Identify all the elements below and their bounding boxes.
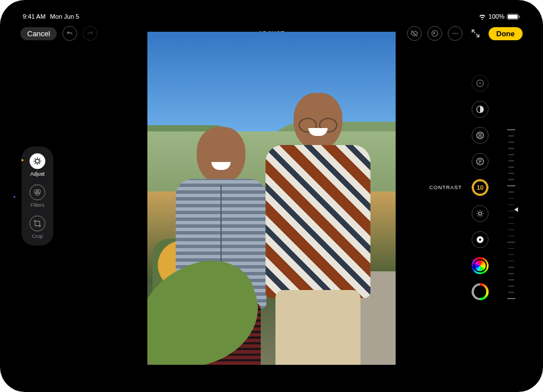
mode-crop[interactable]: Crop <box>25 216 50 239</box>
adjust-black-point[interactable] <box>472 231 489 248</box>
status-bar: 9:41 AM Mon Jun 5 100% <box>10 10 533 23</box>
adjustment-slider[interactable] <box>506 129 517 299</box>
undo-button[interactable] <box>62 26 77 41</box>
adjust-exposure[interactable] <box>472 101 489 118</box>
battery-percent: 100% <box>489 13 504 20</box>
adjust-selected-value: 10 <box>477 184 483 191</box>
filters-icon <box>29 185 45 201</box>
status-time: 9:41 AM <box>23 13 45 20</box>
status-date: Mon Jun 5 <box>50 13 79 20</box>
redo-button[interactable] <box>83 26 97 41</box>
mode-filters[interactable]: Filters <box>25 185 50 208</box>
adjust-saturation[interactable] <box>472 257 489 274</box>
mode-filters-label: Filters <box>31 202 45 208</box>
fullscreen-button[interactable] <box>468 26 483 41</box>
cancel-button[interactable]: Cancel <box>20 27 57 40</box>
svg-rect-2 <box>519 15 520 18</box>
mode-adjust[interactable]: Adjust <box>25 154 50 177</box>
adjust-brightness[interactable] <box>472 205 489 222</box>
crop-icon <box>29 216 45 232</box>
adjust-vibrance[interactable] <box>472 283 489 300</box>
adjust-contrast[interactable]: CONTRAST 10 <box>472 179 489 196</box>
svg-point-12 <box>480 83 481 84</box>
ipad-frame: 9:41 AM Mon Jun 5 100% Cancel <box>0 0 543 392</box>
svg-point-6 <box>456 33 457 34</box>
svg-rect-1 <box>508 14 517 18</box>
svg-point-4 <box>452 33 453 34</box>
mode-crop-label: Crop <box>32 233 43 239</box>
adjustment-list[interactable]: CONTRAST 10 <box>472 75 489 300</box>
done-button[interactable]: Done <box>489 27 523 40</box>
svg-point-7 <box>36 159 40 163</box>
svg-point-18 <box>479 238 481 241</box>
multitask-indicator <box>14 196 15 198</box>
adjust-highlights[interactable] <box>472 153 489 170</box>
photo-canvas[interactable] <box>147 32 396 365</box>
adjust-icon <box>29 154 45 169</box>
svg-point-16 <box>478 212 481 215</box>
screen: 9:41 AM Mon Jun 5 100% Cancel <box>10 10 533 382</box>
battery-icon <box>507 14 520 20</box>
adjust-brilliance[interactable] <box>472 127 489 144</box>
slider-thumb-icon[interactable] <box>514 207 518 212</box>
toggle-original-button[interactable] <box>407 26 422 41</box>
markup-button[interactable] <box>427 26 442 41</box>
adjust-auto[interactable] <box>472 75 489 92</box>
adjust-selected-label: CONTRAST <box>430 185 463 190</box>
more-button[interactable] <box>448 26 463 41</box>
svg-point-5 <box>455 33 456 34</box>
edit-mode-dock: Adjust Filters Crop <box>22 147 53 246</box>
wifi-icon <box>478 14 486 20</box>
mode-adjust-label: Adjust <box>30 171 44 177</box>
